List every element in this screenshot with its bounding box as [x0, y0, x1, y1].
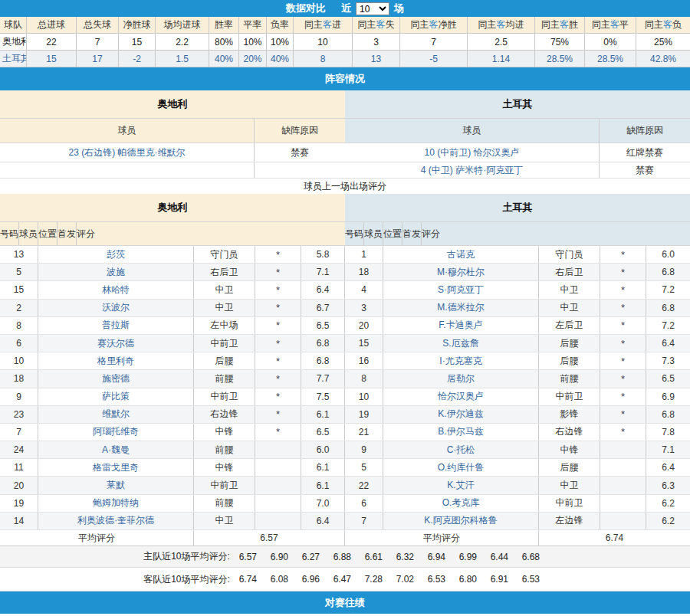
- ratings-col-header-cell: 号码: [0, 222, 19, 245]
- ratings-home-col-header: 号码球员位置首发评分: [0, 222, 345, 246]
- player-name-link[interactable]: 阿瑙托维奇: [93, 425, 139, 438]
- player-rating: 7.8: [646, 424, 690, 441]
- starter-mark: [600, 459, 646, 476]
- player-name-link[interactable]: 施密德: [102, 372, 130, 385]
- player-name-link[interactable]: O.约库什鲁: [438, 461, 485, 474]
- player-rating: 6.4: [646, 459, 690, 476]
- player-name-link[interactable]: 赛沃尔德: [97, 337, 134, 350]
- stats-row-home: 奥地利 227152.280%10%10%10372.575%0%25%: [0, 34, 690, 51]
- player-position: 中前卫: [194, 477, 255, 493]
- player-rating: 6.7: [301, 300, 345, 316]
- lineup-tables: 奥地利 球员 缺阵原因 23 (右边锋) 帕德里克·维默尔 禁赛: [0, 90, 690, 179]
- player-name-link[interactable]: 格雷戈里奇: [93, 461, 139, 474]
- rating-value: 6.96: [295, 574, 327, 585]
- ratings-away-team-header: 土耳其: [345, 194, 690, 222]
- player-number: 1: [345, 246, 383, 263]
- player-name-link[interactable]: 鲍姆加特纳: [93, 496, 139, 510]
- player-name-link[interactable]: M.德米拉尔: [437, 301, 484, 314]
- player-row: 10 格里利奇 后腰 * 6.8: [0, 352, 345, 370]
- recent-label: 近: [341, 2, 351, 15]
- stats-value-cell: 42.8%: [636, 51, 690, 67]
- stats-value-cell: 28.5%: [585, 51, 636, 67]
- player-rating: 6.5: [301, 424, 345, 441]
- stats-header-cell: 同主客失: [353, 17, 400, 34]
- rating-value: 7.02: [389, 574, 421, 585]
- player-name-link[interactable]: K.阿克图尔科格鲁: [424, 514, 497, 527]
- player-name-link[interactable]: 莱默: [107, 479, 125, 492]
- player-rating: 6.4: [301, 513, 345, 529]
- rating-value: 7.28: [358, 574, 389, 585]
- player-name-link[interactable]: O.考克库: [442, 496, 480, 510]
- rating-value: 6.53: [421, 574, 452, 585]
- lineup-row: [0, 162, 345, 179]
- player-name-link[interactable]: 古诺克: [447, 248, 475, 261]
- starter-mark: [255, 495, 301, 512]
- absence-reason: [255, 162, 345, 178]
- player-name-link[interactable]: I·尤克塞克: [439, 355, 481, 368]
- absent-player-link[interactable]: 23 (右边锋) 帕德里克·维默尔: [0, 143, 255, 162]
- rating-value: 6.32: [389, 552, 421, 562]
- stats-header-cell: 同主客负: [636, 17, 690, 34]
- lineup-row: 4 (中卫) 萨米特·阿克亚丁 禁赛: [345, 162, 690, 179]
- stats-value-cell: -5: [400, 51, 468, 67]
- player-col-header: 球员: [345, 119, 600, 143]
- stats-value-cell: 2.5: [468, 34, 535, 51]
- player-position: 左中场: [194, 317, 255, 334]
- lineup-home-table: 奥地利 球员 缺阵原因 23 (右边锋) 帕德里克·维默尔 禁赛: [0, 90, 345, 179]
- header-text: 平率: [244, 18, 262, 31]
- history-section-title: 对赛往绩: [325, 596, 365, 610]
- player-row: 21 B.伊尔马兹 右边锋 * 7.8: [345, 424, 690, 441]
- player-name-link[interactable]: 彭茨: [107, 248, 125, 261]
- player-name-link[interactable]: S.厄兹詹: [442, 337, 478, 350]
- lineup-section-title: 阵容情况: [325, 72, 365, 86]
- player-name-link[interactable]: M·穆尔杜尔: [437, 266, 485, 279]
- match-count-select[interactable]: 10: [356, 2, 389, 15]
- player-name-link[interactable]: K.艾汗: [447, 479, 474, 492]
- header-highlight-char: 客: [323, 18, 332, 31]
- player-name-link[interactable]: K.伊尔迪兹: [438, 408, 483, 421]
- stats-compare-bar: 数据对比 近 10 场: [0, 0, 690, 17]
- stats-value-cell: 17: [77, 51, 119, 67]
- player-name-link[interactable]: 维默尔: [102, 408, 130, 421]
- player-name-link[interactable]: S·阿克亚丁: [438, 283, 484, 297]
- player-name-link[interactable]: 沃波尔: [102, 301, 130, 314]
- player-name-link[interactable]: 居勒尔: [447, 372, 475, 385]
- ratings-home-team-header: 奥地利: [0, 194, 345, 222]
- ratings-col-header-cell: 球员: [364, 222, 383, 245]
- player-position: 中前卫: [539, 495, 600, 512]
- stats-value-cell: 8: [294, 51, 353, 67]
- player-name-link[interactable]: 恰尔汉奥卢: [438, 390, 484, 403]
- ratings-col-header-cell: 首发: [58, 222, 77, 245]
- absent-player-link[interactable]: 4 (中卫) 萨米特·阿克亚丁: [345, 162, 600, 178]
- header-text: 总失球: [84, 18, 111, 31]
- player-name-link[interactable]: A·魏曼: [102, 444, 130, 457]
- player-position: 中前卫: [194, 388, 255, 405]
- player-row: 10 恰尔汉奥卢 中前卫 * 6.9: [345, 388, 690, 406]
- starter-mark: *: [255, 370, 301, 387]
- player-row: 20 莱默 中前卫 6.1: [0, 477, 345, 494]
- header-highlight-char: 客: [429, 18, 439, 31]
- absent-player-link[interactable]: 10 (中前卫) 恰尔汉奥卢: [345, 143, 600, 162]
- absent-player-link[interactable]: [0, 162, 255, 178]
- header-text: 同主: [304, 18, 323, 31]
- player-position: 后腰: [539, 352, 600, 369]
- ratings-away-rows: 1 古诺克 守门员 * 6.0 18 M·穆尔杜尔 右后卫 * 6.8: [345, 246, 690, 530]
- player-number: 10: [345, 388, 383, 405]
- reason-col-header: 缺阵原因: [600, 119, 690, 143]
- starter-mark: *: [255, 406, 301, 423]
- player-name-link[interactable]: 萨比策: [102, 390, 130, 403]
- player-name-link[interactable]: 普拉斯: [102, 319, 130, 332]
- player-name-link[interactable]: 格里利奇: [97, 355, 134, 368]
- player-name-link[interactable]: 利奥波德·奎菲尔德: [77, 514, 154, 527]
- player-position: 右边锋: [539, 424, 600, 441]
- header-highlight-char: 客: [663, 18, 672, 31]
- player-number: 15: [0, 281, 38, 298]
- player-rating: 7.2: [646, 281, 690, 298]
- player-name-link[interactable]: 波施: [107, 266, 125, 279]
- player-name-link[interactable]: 林哈特: [102, 283, 130, 297]
- player-name-link[interactable]: C·托松: [447, 444, 475, 457]
- player-name-link[interactable]: F.卡迪奥卢: [439, 319, 482, 332]
- stats-value-cell: 7: [77, 34, 119, 51]
- player-name-link[interactable]: B.伊尔马兹: [438, 425, 483, 438]
- stats-value-cell: 0%: [585, 34, 636, 51]
